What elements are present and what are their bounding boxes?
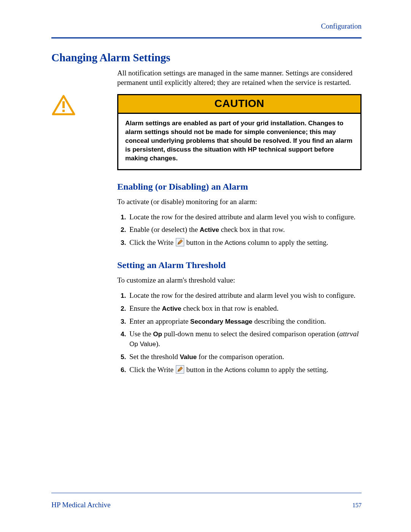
list-item: Enable (or deselect) the Active check bo…: [128, 225, 362, 235]
caution-block: CAUTION Alarm settings are enabled as pa…: [51, 94, 362, 170]
page: Configuration Changing Alarm Settings Al…: [0, 0, 411, 532]
list-item: Set the threshold Value for the comparis…: [128, 352, 362, 362]
page-footer: HP Medical Archive 157: [51, 493, 362, 509]
pencil-icon: [176, 365, 184, 376]
list-item: Click the Write button in the Actions co…: [128, 365, 362, 376]
page-title: Changing Alarm Settings: [51, 51, 362, 64]
svg-rect-1: [62, 101, 65, 108]
footer-rule: [51, 493, 362, 493]
list-item: Use the Op pull-down menu to select the …: [128, 329, 362, 349]
page-number: 157: [352, 502, 362, 509]
list-item: Enter an appropriate Secondary Message d…: [128, 316, 362, 326]
section1-steps: Locate the row for the desired attribute…: [117, 212, 362, 249]
caution-title: CAUTION: [118, 95, 360, 114]
caution-box: CAUTION Alarm settings are enabled as pa…: [117, 94, 362, 170]
caution-text: Alarm settings are enabled as part of yo…: [118, 114, 360, 169]
list-item: Click the Write button in the Actions co…: [128, 238, 362, 249]
header-rule: [51, 37, 362, 38]
intro-paragraph: All notification settings are managed in…: [117, 69, 362, 87]
list-item: Locate the row for the desired attribute…: [128, 291, 362, 300]
header-section-link: Configuration: [51, 22, 362, 30]
list-item: Locate the row for the desired attribute…: [128, 212, 362, 222]
caution-triangle-icon: [52, 95, 75, 117]
list-item: Ensure the Active check box in that row …: [128, 304, 362, 313]
section1-intro: To activate (or disable) monitoring for …: [117, 197, 362, 207]
section2-steps: Locate the row for the desired attribute…: [117, 291, 362, 376]
svg-rect-2: [62, 110, 65, 112]
section-heading-enable: Enabling (or Disabling) an Alarm: [117, 182, 362, 192]
section-heading-threshold: Setting an Alarm Threshold: [117, 260, 362, 270]
caution-icon-cell: [51, 94, 117, 117]
pencil-icon: [176, 238, 184, 249]
section2-intro: To customize an alarm's threshold value:: [117, 276, 362, 285]
footer-product-name: HP Medical Archive: [51, 501, 110, 509]
